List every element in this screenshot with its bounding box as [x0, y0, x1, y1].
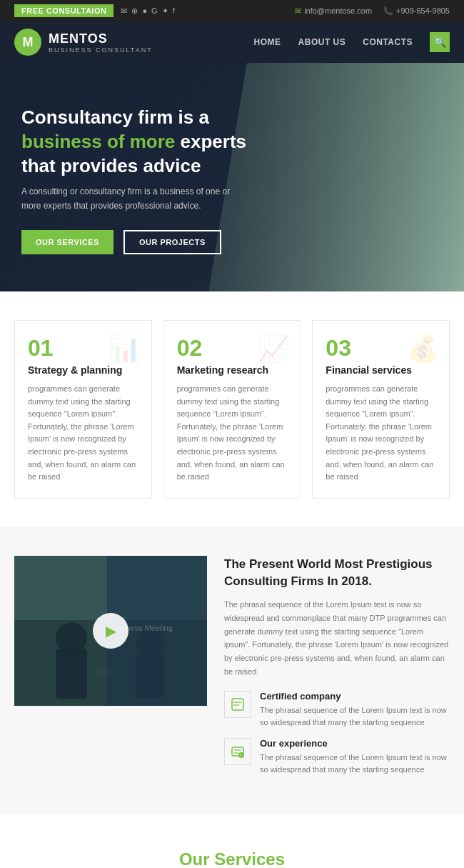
svg-rect-10 — [233, 702, 242, 703]
nav-contacts[interactable]: CONTACTS — [363, 37, 413, 47]
email-icon: ✉ — [295, 6, 301, 16]
main-nav: HOME ABOUT US CONTACTS 🔍 — [254, 32, 450, 52]
feature-certified: Certified company The phrasal sequence o… — [224, 691, 450, 728]
video-thumbnail: Business Meeting ▶ — [14, 556, 207, 706]
hero-description: A consulting or consultancy firm is a bu… — [21, 185, 236, 212]
play-icon: ▶ — [106, 622, 116, 639]
service-title-3: Financial services — [326, 364, 436, 376]
circle-icon: ● — [142, 6, 147, 16]
hero-title-line1: Consultancy firm is a — [21, 106, 209, 128]
strategy-icon: 📊 — [109, 334, 141, 364]
svg-rect-14 — [234, 752, 238, 754]
service-card-2: 02 📈 Marketing research programmes can g… — [163, 320, 301, 499]
phone-icon: 📞 — [383, 6, 393, 16]
experience-icon: i — [224, 738, 251, 765]
service-title-1: Strategy & planning — [28, 364, 138, 376]
top-bar: FREE CONSULTAION ✉ ⊕ ● G ✦ f ✉ info@ment… — [0, 0, 464, 21]
financial-icon: 💰 — [407, 334, 439, 364]
service-title-2: Marketing research — [177, 364, 288, 376]
rss-icon: ⊕ — [131, 6, 138, 16]
hero-buttons: OUR SERVICES OUR PROJECTS — [21, 230, 293, 254]
top-bar-left: FREE CONSULTAION ✉ ⊕ ● G ✦ f — [14, 4, 175, 17]
about-description: The phrasal sequence of the Lorem Ipsum … — [224, 598, 450, 678]
services-section-title: Our Services — [14, 849, 450, 868]
hero-content: Consultancy firm is a business of more e… — [21, 106, 293, 254]
our-services-section: Our Services Our development opt in to t… — [0, 814, 464, 868]
brand-name: MENTOS — [49, 31, 153, 46]
service-desc-3: programmes can generate dummy text using… — [326, 383, 436, 484]
brand-tagline: BUSINESS CONSULTANT — [49, 46, 153, 54]
experience-title: Our experience — [260, 738, 450, 749]
search-icon: 🔍 — [434, 36, 446, 48]
facebook-icon: f — [173, 6, 175, 16]
logo-text: MENTOS BUSINESS CONSULTANT — [49, 31, 153, 54]
services-title-green: Services — [214, 849, 285, 868]
service-desc-1: programmes can generate dummy text using… — [28, 383, 138, 484]
service-desc-2: programmes can generate dummy text using… — [177, 383, 288, 484]
twitter-icon: ✦ — [162, 6, 168, 16]
service-cards-section: 01 📊 Strategy & planning programmes can … — [0, 291, 464, 527]
logo: M MENTOS BUSINESS CONSULTANT — [14, 29, 153, 56]
mail-icon: ✉ — [121, 6, 127, 16]
logo-icon: M — [14, 29, 41, 56]
about-title: The Present World Most Prestigious Consu… — [224, 556, 450, 590]
hero-title: Consultancy firm is a business of more e… — [21, 106, 293, 178]
experience-desc: The phrasal sequence of the Lorem Ipsum … — [260, 752, 450, 775]
certified-text: Certified company The phrasal sequence o… — [260, 691, 450, 728]
phone-number: +909-654-9805 — [396, 6, 450, 15]
about-section: Business Meeting ▶ The Present World Mos… — [0, 527, 464, 814]
top-bar-right: ✉ info@mentose.com 📞 +909-654-9805 — [295, 6, 450, 16]
nav-home[interactable]: HOME — [254, 37, 281, 47]
phone-info: 📞 +909-654-9805 — [383, 6, 450, 16]
service-card-3: 03 💰 Financial services programmes can g… — [312, 320, 450, 499]
video-overlay: ▶ — [14, 556, 207, 706]
service-card-1: 01 📊 Strategy & planning programmes can … — [14, 320, 152, 499]
certified-desc: The phrasal sequence of the Lorem Ipsum … — [260, 704, 450, 728]
experience-text: Our experience The phrasal sequence of t… — [260, 738, 450, 775]
svg-rect-13 — [234, 749, 241, 751]
email-address: info@mentose.com — [304, 6, 372, 15]
hero-section: Consultancy firm is a business of more e… — [0, 63, 464, 291]
nav-about[interactable]: ABOUT US — [298, 37, 346, 47]
search-button[interactable]: 🔍 — [430, 32, 450, 52]
free-consult-badge[interactable]: FREE CONSULTAION — [14, 4, 114, 17]
email-info: ✉ info@mentose.com — [295, 6, 372, 16]
services-title-plain: Our — [179, 849, 210, 868]
our-services-button[interactable]: OUR SERVICES — [21, 230, 114, 254]
certified-title: Certified company — [260, 691, 450, 702]
hero-title-highlight: business of more — [21, 131, 175, 152]
svg-rect-11 — [233, 704, 239, 706]
header: M MENTOS BUSINESS CONSULTANT HOME ABOUT … — [0, 21, 464, 63]
google-icon: G — [151, 6, 158, 16]
certified-icon — [224, 691, 251, 718]
marketing-icon: 📈 — [258, 334, 290, 364]
play-button[interactable]: ▶ — [93, 613, 128, 649]
feature-experience: i Our experience The phrasal sequence of… — [224, 738, 450, 775]
social-icons: ✉ ⊕ ● G ✦ f — [121, 6, 174, 16]
about-content: The Present World Most Prestigious Consu… — [224, 556, 450, 786]
our-projects-button[interactable]: OUR PROJECTS — [123, 230, 221, 254]
